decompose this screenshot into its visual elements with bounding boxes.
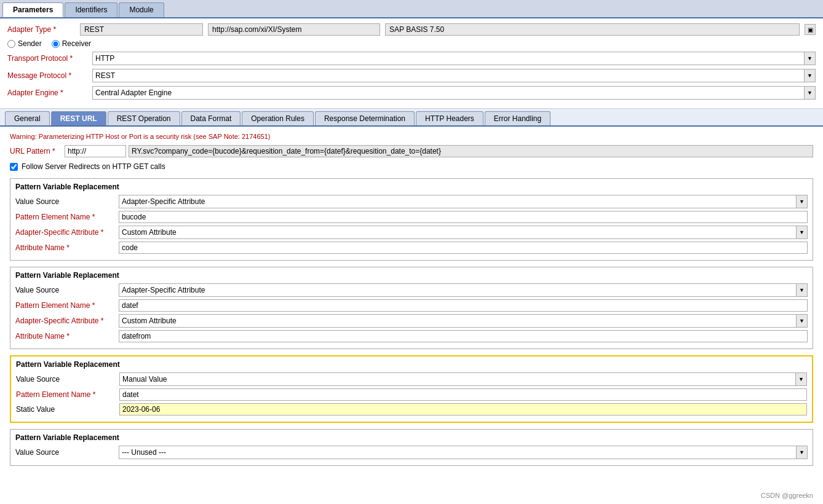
pvr2-attribute-name-label: Attribute Name * [15,332,114,341]
pvr2-title: Pattern Variable Replacement [15,271,808,280]
tab-error-handling[interactable]: Error Handling [485,111,551,125]
pvr2-value-source-row: Value Source ▼ [15,283,808,297]
tab-identifiers[interactable]: Identifiers [65,2,117,17]
pvr2-adapter-specific-row: Adapter-Specific Attribute * ▼ [15,314,808,328]
sender-label: Sender [18,39,42,48]
pvr2-pattern-element-input[interactable] [119,300,807,311]
tab-general[interactable]: General [5,111,50,125]
pvr4-value-source-label: Value Source [15,448,114,457]
sender-radio[interactable] [7,40,15,48]
pvr2-attribute-name-wrap [119,330,808,342]
pvr3-value-source-row: Value Source ▼ [16,372,807,386]
pvr1-adapter-specific-wrap: ▼ [119,226,808,239]
copy-icon[interactable]: ▣ [805,24,816,35]
url-pattern-row: URL Pattern * [10,145,813,157]
url-pattern-label: URL Pattern * [10,147,62,156]
pvr4-value-source-dropdown[interactable]: ▼ [796,446,807,459]
tab-operation-rules[interactable]: Operation Rules [242,111,314,125]
header-section: Adapter Type * REST http://sap.com/xi/XI… [0,18,823,109]
pvr2-attribute-name-input[interactable] [119,331,807,342]
tab-module[interactable]: Module [119,2,164,17]
pvr3-pattern-element-row: Pattern Element Name * [16,388,807,401]
pvr2-adapter-specific-wrap: ▼ [119,314,808,328]
pvr2-adapter-specific-dropdown[interactable]: ▼ [796,315,807,327]
tab-http-headers[interactable]: HTTP Headers [416,111,483,125]
pvr3-static-value-input[interactable] [120,404,806,415]
receiver-radio[interactable] [52,40,60,48]
pvr4-title: Pattern Variable Replacement [15,433,808,442]
pvr1-value-source-input[interactable] [119,196,796,207]
pvr1-adapter-specific-dropdown[interactable]: ▼ [796,226,807,238]
transport-protocol-input[interactable] [93,53,804,64]
sub-tabs-bar: General REST URL REST Operation Data For… [0,109,823,127]
pvr3-pattern-element-input[interactable] [120,389,806,400]
receiver-radio-item[interactable]: Receiver [52,39,91,48]
pvr3-static-value-wrap [119,403,807,415]
pvr1-title: Pattern Variable Replacement [15,183,808,191]
transport-protocol-row: Transport Protocol * ▼ [7,52,816,65]
pvr1-value-source-wrap: ▼ [119,195,808,208]
sender-radio-item[interactable]: Sender [7,39,42,48]
pvr3-value-source-dropdown[interactable]: ▼ [795,373,806,385]
tab-rest-url[interactable]: REST URL [51,111,106,125]
adapter-type-value1: REST [80,23,203,36]
pvr3-value-source-input[interactable] [120,374,795,385]
transport-protocol-dropdown[interactable]: ▼ [804,52,815,65]
url-pattern-input-long[interactable] [129,145,813,157]
adapter-type-value3: SAP BASIS 7.50 [385,23,800,36]
warning-text: Warning: Parameterizing HTTP Host or Por… [10,133,813,140]
pvr1-pattern-element-input[interactable] [119,211,807,222]
pvr3-pattern-element-label: Pattern Element Name * [16,390,114,399]
pvr2-pattern-element-label: Pattern Element Name * [15,301,114,310]
pvr3-pattern-element-wrap [119,388,807,401]
message-protocol-input-wrap: ▼ [92,69,816,82]
pvr3-static-value-row: Static Value [16,403,807,415]
message-protocol-input[interactable] [93,70,804,81]
tab-data-format[interactable]: Data Format [181,111,241,125]
pvr1-attribute-name-input[interactable] [119,242,807,253]
url-pattern-input-short[interactable] [65,145,126,157]
pvr3-static-value-label: Static Value [16,405,114,414]
adapter-engine-input-wrap: ▼ [92,86,816,100]
adapter-engine-input[interactable] [93,87,804,98]
pvr1-attribute-name-wrap [119,242,808,254]
receiver-label: Receiver [62,39,91,48]
pvr3-value-source-wrap: ▼ [119,372,807,386]
pvr1-adapter-specific-label: Adapter-Specific Attribute * [15,228,114,237]
tab-parameters[interactable]: Parameters [2,2,63,17]
pvr2-value-source-label: Value Source [15,286,114,294]
pvr1-pattern-element-wrap [119,211,808,223]
pvr1-pattern-element-row: Pattern Element Name * [15,211,808,223]
adapter-engine-row: Adapter Engine * ▼ [7,86,816,100]
transport-protocol-input-wrap: ▼ [92,52,816,65]
pvr2-attribute-name-row: Attribute Name * [15,330,808,342]
adapter-engine-label: Adapter Engine * [7,89,87,97]
message-protocol-row: Message Protocol * ▼ [7,69,816,82]
tab-response-determination[interactable]: Response Determination [315,111,415,125]
pvr4-value-source-row: Value Source ▼ [15,446,808,459]
pvr1-adapter-specific-row: Adapter-Specific Attribute * ▼ [15,226,808,239]
adapter-engine-dropdown[interactable]: ▼ [804,87,815,99]
pvr4-value-source-input[interactable] [119,447,796,458]
adapter-type-row: Adapter Type * REST http://sap.com/xi/XI… [7,23,816,36]
top-tabs-bar: Parameters Identifiers Module [0,0,823,18]
pvr3-title: Pattern Variable Replacement [16,360,807,369]
adapter-type-label: Adapter Type * [7,25,75,34]
follow-redirects-row: Follow Server Redirects on HTTP GET call… [10,162,813,171]
watermark: CSDN @ggreekn [761,492,813,499]
pvr2-value-source-input[interactable] [119,285,796,296]
transport-protocol-label: Transport Protocol * [7,54,87,63]
follow-redirects-checkbox[interactable] [10,163,18,171]
pvr2-adapter-specific-label: Adapter-Specific Attribute * [15,317,114,325]
pvr-section-1: Pattern Variable Replacement Value Sourc… [10,178,813,261]
pvr1-adapter-specific-input[interactable] [119,227,796,238]
message-protocol-label: Message Protocol * [7,71,87,80]
pvr2-adapter-specific-input[interactable] [119,315,796,326]
pvr1-value-source-dropdown[interactable]: ▼ [796,195,807,208]
pvr2-pattern-element-wrap [119,299,808,312]
message-protocol-dropdown[interactable]: ▼ [804,69,815,82]
pvr-section-2: Pattern Variable Replacement Value Sourc… [10,267,813,349]
tab-rest-operation[interactable]: REST Operation [108,111,180,125]
pvr2-value-source-dropdown[interactable]: ▼ [796,284,807,296]
follow-redirects-label: Follow Server Redirects on HTTP GET call… [22,162,165,171]
